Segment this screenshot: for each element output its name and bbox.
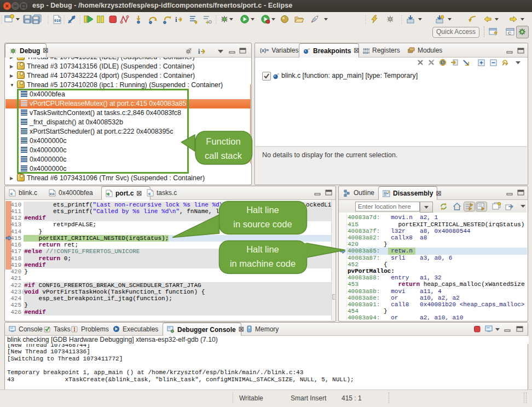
svg-text:010: 010 — [50, 193, 55, 196]
svg-text:0101: 0101 — [363, 50, 369, 54]
svg-text:c: c — [10, 191, 13, 196]
svg-text:010: 010 — [54, 19, 61, 23]
svg-text:i: i — [198, 48, 200, 55]
svg-text:C: C — [508, 31, 511, 36]
svg-text:c: c — [148, 191, 151, 196]
svg-text:i: i — [175, 15, 177, 24]
